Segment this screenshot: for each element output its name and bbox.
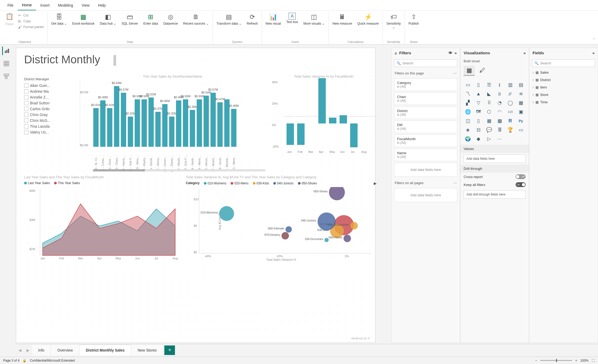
clustered-bar-icon[interactable]: ☰ <box>485 81 493 88</box>
goals-icon[interactable]: 🏆 <box>506 126 515 134</box>
all-filter-drop[interactable]: Add data fields here <box>394 188 457 202</box>
new-measure-button[interactable]: 🖩New measure <box>331 12 354 26</box>
format-mode-button[interactable]: 🖊 <box>477 66 488 76</box>
bar[interactable]: $0.32M21 - Žanes... <box>169 117 174 147</box>
bar[interactable]: $0.49M11 - Centu... <box>100 100 105 147</box>
excel-button[interactable]: ▦Excel workbook <box>71 12 96 26</box>
recent-sources-button[interactable]: 🗎Recent sources ⌄ <box>182 12 210 26</box>
bar[interactable]: $0.50M16 - Winc... <box>135 99 140 147</box>
values-drop[interactable]: Add data fields here <box>464 154 526 163</box>
sales-bar-chart[interactable]: This Year Sales by StoreNumberName $0.5M… <box>80 74 265 167</box>
variance-bar[interactable] <box>340 115 347 124</box>
variance-bar[interactable] <box>350 123 358 147</box>
bubble-chart[interactable]: Total Sales Variance %, Avg $/Unit TY an… <box>186 175 377 276</box>
eye-icon[interactable]: 👁 <box>448 51 452 55</box>
tab-prev-button[interactable]: ◀ <box>16 348 24 352</box>
bar[interactable]: $0.32M15 - York F... <box>128 117 133 147</box>
decomposition-icon[interactable]: ⊟ <box>474 126 483 134</box>
100-stacked-column-icon[interactable]: ▤ <box>517 81 525 88</box>
donut-icon[interactable]: ◯ <box>506 99 515 106</box>
menu-modeling[interactable]: Modeling <box>54 1 77 10</box>
slicer-item[interactable]: Annelie Z... <box>24 94 77 100</box>
ribbon-chart-icon[interactable]: ≋ <box>517 90 525 97</box>
report-canvas[interactable]: District Monthly District Manager Allan … <box>16 48 375 343</box>
bar[interactable]: $0.41M12 - Kent ... <box>107 108 112 147</box>
variance-bar[interactable] <box>329 118 336 124</box>
stacked-bar-icon[interactable]: ▭ <box>464 81 472 88</box>
r-visual-icon[interactable]: R <box>506 117 515 125</box>
map-icon[interactable]: 🌐 <box>464 108 472 116</box>
slicer-item[interactable]: Chris Gray <box>24 112 77 118</box>
page-tab[interactable]: Overview <box>51 345 79 356</box>
fit-page-button[interactable]: ⛶ <box>592 359 595 362</box>
enter-data-button[interactable]: ⊞Enter data <box>142 12 160 26</box>
page-tab[interactable]: District Monthly Sales <box>80 345 131 356</box>
field-table-row[interactable]: ▦District <box>529 76 598 83</box>
filter-card[interactable]: Nameis (All) <box>394 149 457 161</box>
bubble[interactable] <box>285 226 292 233</box>
collapse-icon[interactable]: » <box>455 51 457 55</box>
slicer-item[interactable]: Chris McG... <box>24 118 77 123</box>
bar[interactable]: $0.45M20 - Green... <box>162 104 168 147</box>
multi-card-icon[interactable]: ▣ <box>517 108 525 116</box>
clustered-column-icon[interactable]: ⫿ <box>495 81 504 88</box>
build-mode-button[interactable]: ▦ <box>464 66 475 76</box>
more-visuals-icon[interactable]: ⋯ <box>495 135 504 143</box>
field-table-row[interactable]: ▦Store <box>529 91 598 98</box>
zoom-in-button[interactable]: + <box>575 359 577 362</box>
bar[interactable]: $0.47M28 - Hunti... <box>217 102 223 147</box>
filter-card[interactable]: Districtis (All) <box>394 106 457 119</box>
tab-next-button[interactable]: ▶ <box>24 348 32 352</box>
waterfall-icon[interactable]: ▞ <box>464 99 472 106</box>
add-page-button[interactable]: + <box>164 345 175 355</box>
more-icon[interactable]: ⋯ <box>453 71 457 75</box>
menu-home[interactable]: Home <box>18 0 36 10</box>
collapse-icon[interactable]: » <box>524 51 526 55</box>
keep-filters-toggle[interactable]: On <box>516 182 526 187</box>
model-view-button[interactable] <box>2 72 11 81</box>
bubble[interactable] <box>318 212 336 230</box>
bubble[interactable] <box>344 235 351 242</box>
slicer-item[interactable]: Carlos Grilo <box>24 106 77 112</box>
bar[interactable]: $0.37M2 - Werto... <box>155 112 161 147</box>
menu-file[interactable]: File <box>3 1 18 10</box>
page-tab[interactable]: Info <box>32 345 51 356</box>
report-view-button[interactable] <box>2 47 11 55</box>
slicer-item[interactable]: Tina Lassila <box>24 123 77 129</box>
sales-area-chart[interactable]: Last Year Sales and This Year Sales by F… <box>24 175 178 276</box>
shape-map-icon[interactable]: ⬡ <box>485 108 493 116</box>
bar[interactable]: $0.40M31 - Ment... <box>231 109 236 147</box>
zoom-slider[interactable] <box>540 360 572 361</box>
quick-measure-button[interactable]: ⚡Quick measure <box>356 12 380 26</box>
copy-button[interactable]: ⧉Copy <box>17 19 45 24</box>
collapse-icon[interactable]: » <box>592 51 595 55</box>
drill-drop[interactable]: Add drill-through fields here <box>464 190 526 199</box>
pie-icon[interactable]: ◔ <box>495 99 504 106</box>
bubble[interactable] <box>329 187 345 200</box>
bubble[interactable] <box>219 206 234 221</box>
field-table-row[interactable]: ▦Item <box>529 83 598 91</box>
table-icon[interactable]: ▦ <box>485 117 493 125</box>
slicer-item[interactable]: Valery Us... <box>24 129 77 135</box>
collapse-ribbon-icon[interactable]: ˄ <box>593 38 595 42</box>
field-table-row[interactable]: ▦Time <box>529 98 598 106</box>
transform-button[interactable]: ▤Transform data ⌄ <box>215 12 243 26</box>
treemap-icon[interactable]: ▦ <box>517 99 525 106</box>
legend-next-icon[interactable]: ▶ <box>374 181 377 185</box>
slicer-item[interactable]: Andrew Ma <box>24 88 77 94</box>
automate-icon[interactable]: ▷ <box>485 135 493 143</box>
bar[interactable]: $0.39M24 - North... <box>190 110 195 147</box>
key-influencers-icon[interactable]: ◈ <box>464 126 472 134</box>
bar[interactable]: $8.57M14 - Harris... <box>121 93 126 147</box>
slicer-icon[interactable]: ▯ <box>474 117 483 125</box>
menu-insert[interactable]: Insert <box>36 1 54 10</box>
text-box-button[interactable]: AText box <box>285 12 300 25</box>
bubble[interactable] <box>282 232 289 239</box>
fields-search[interactable]: 🔍 Search <box>532 59 595 67</box>
get-data-button[interactable]: 🗄Get data ⌄ <box>50 12 68 26</box>
sensitivity-button[interactable]: 🏷Sensitivity⌄ <box>385 12 402 30</box>
data-hub-button[interactable]: ◧Data hub ⌄ <box>98 12 118 26</box>
filled-map-icon[interactable]: 🗺 <box>474 108 483 116</box>
filters-search[interactable]: 🔍 Search <box>394 59 457 67</box>
dataverse-button[interactable]: ◎Dataverse <box>162 12 179 26</box>
